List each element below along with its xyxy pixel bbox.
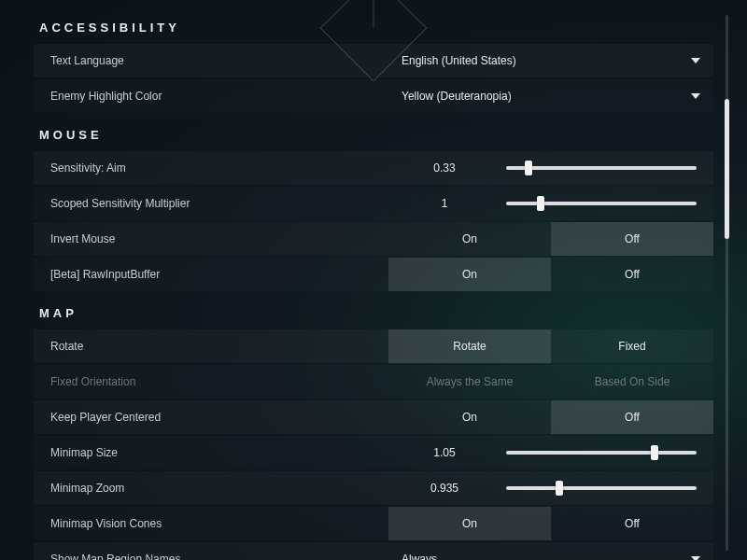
label-fixed-orientation: Fixed Orientation bbox=[34, 375, 388, 388]
label-rawinputbuffer: [Beta] RawInputBuffer bbox=[34, 268, 388, 281]
label-enemy-highlight: Enemy Highlight Color bbox=[34, 90, 388, 103]
dropdown-value: Always bbox=[402, 553, 437, 560]
toggle-fixed-orientation-same: Always the Same bbox=[388, 365, 551, 399]
slider-knob[interactable] bbox=[651, 445, 658, 460]
dropdown-enemy-highlight[interactable]: Yellow (Deuteranopia) bbox=[388, 79, 713, 113]
toggle-rawinputbuffer: On Off bbox=[388, 258, 713, 291]
scrollbar-thumb[interactable] bbox=[725, 99, 729, 239]
label-sensitivity: Sensitivity: Aim bbox=[34, 161, 388, 175]
toggle-rotate: Rotate Fixed bbox=[388, 329, 713, 363]
toggle-rawinputbuffer-off[interactable]: Off bbox=[551, 258, 713, 291]
dropdown-value: Yellow (Deuteranopia) bbox=[402, 90, 512, 103]
label-minimap-vision-cones: Minimap Vision Cones bbox=[34, 517, 388, 530]
label-invert-mouse: Invert Mouse bbox=[34, 232, 388, 245]
dropdown-show-map-region-names[interactable]: Always bbox=[388, 542, 713, 560]
label-minimap-size: Minimap Size bbox=[34, 446, 388, 459]
row-sensitivity: Sensitivity: Aim 0.33 bbox=[34, 151, 713, 185]
scrollbar[interactable] bbox=[726, 15, 728, 551]
row-show-map-region-names: Show Map Region Names Always bbox=[34, 542, 713, 560]
toggle-minimap-vision-cones: On Off bbox=[388, 507, 713, 540]
toggle-invert-mouse: On Off bbox=[388, 222, 713, 256]
settings-viewport: ACCESSIBILITY Text Language English (Uni… bbox=[0, 0, 747, 560]
chevron-down-icon bbox=[691, 93, 700, 99]
toggle-rotate-rotate[interactable]: Rotate bbox=[388, 329, 551, 363]
row-rawinputbuffer: [Beta] RawInputBuffer On Off bbox=[34, 258, 713, 291]
row-text-language: Text Language English (United States) bbox=[34, 44, 713, 77]
chevron-down-icon bbox=[691, 556, 700, 560]
slider-scoped-sensitivity[interactable] bbox=[506, 202, 697, 205]
dropdown-value: English (United States) bbox=[402, 54, 516, 67]
label-text-language: Text Language bbox=[34, 54, 388, 67]
label-keep-player-centered: Keep Player Centered bbox=[34, 411, 388, 424]
label-rotate: Rotate bbox=[34, 340, 388, 353]
row-rotate: Rotate Rotate Fixed bbox=[34, 329, 713, 363]
toggle-rotate-fixed[interactable]: Fixed bbox=[551, 329, 713, 363]
slider-minimap-zoom[interactable] bbox=[506, 486, 697, 490]
row-keep-player-centered: Keep Player Centered On Off bbox=[34, 400, 713, 434]
label-minimap-zoom: Minimap Zoom bbox=[34, 482, 388, 495]
toggle-invert-mouse-off[interactable]: Off bbox=[551, 222, 713, 256]
slider-knob[interactable] bbox=[525, 161, 532, 175]
section-header-map: MAP bbox=[34, 293, 713, 329]
toggle-invert-mouse-on[interactable]: On bbox=[388, 222, 551, 256]
slider-sensitivity[interactable] bbox=[506, 166, 697, 170]
row-fixed-orientation: Fixed Orientation Always the Same Based … bbox=[34, 365, 713, 399]
toggle-keep-player-centered-off[interactable]: Off bbox=[551, 400, 713, 434]
toggle-rawinputbuffer-on[interactable]: On bbox=[388, 258, 551, 291]
row-minimap-vision-cones: Minimap Vision Cones On Off bbox=[34, 507, 713, 540]
section-header-mouse: MOUSE bbox=[34, 115, 713, 151]
toggle-fixed-orientation-side: Based On Side bbox=[551, 365, 713, 399]
label-scoped-sensitivity: Scoped Sensitivity Multiplier bbox=[34, 197, 388, 210]
section-header-accessibility: ACCESSIBILITY bbox=[34, 7, 713, 44]
slider-knob[interactable] bbox=[556, 481, 563, 496]
row-scoped-sensitivity: Scoped Sensitivity Multiplier 1 bbox=[34, 187, 713, 220]
slider-knob[interactable] bbox=[537, 196, 544, 211]
toggle-minimap-vision-cones-off[interactable]: Off bbox=[551, 507, 713, 540]
toggle-keep-player-centered: On Off bbox=[388, 400, 713, 434]
toggle-keep-player-centered-on[interactable]: On bbox=[388, 400, 551, 434]
row-minimap-size: Minimap Size 1.05 bbox=[34, 436, 713, 469]
dropdown-text-language[interactable]: English (United States) bbox=[388, 44, 713, 77]
value-scoped-sensitivity[interactable]: 1 bbox=[388, 197, 500, 210]
value-minimap-zoom[interactable]: 0.935 bbox=[388, 482, 500, 495]
value-sensitivity[interactable]: 0.33 bbox=[388, 161, 500, 175]
row-invert-mouse: Invert Mouse On Off bbox=[34, 222, 713, 256]
label-show-map-region-names: Show Map Region Names bbox=[34, 553, 388, 560]
row-minimap-zoom: Minimap Zoom 0.935 bbox=[34, 471, 713, 505]
toggle-minimap-vision-cones-on[interactable]: On bbox=[388, 507, 551, 540]
slider-minimap-size[interactable] bbox=[506, 451, 697, 455]
chevron-down-icon bbox=[691, 58, 700, 63]
row-enemy-highlight: Enemy Highlight Color Yellow (Deuteranop… bbox=[34, 79, 713, 113]
value-minimap-size[interactable]: 1.05 bbox=[388, 446, 500, 459]
toggle-fixed-orientation: Always the Same Based On Side bbox=[388, 365, 713, 399]
